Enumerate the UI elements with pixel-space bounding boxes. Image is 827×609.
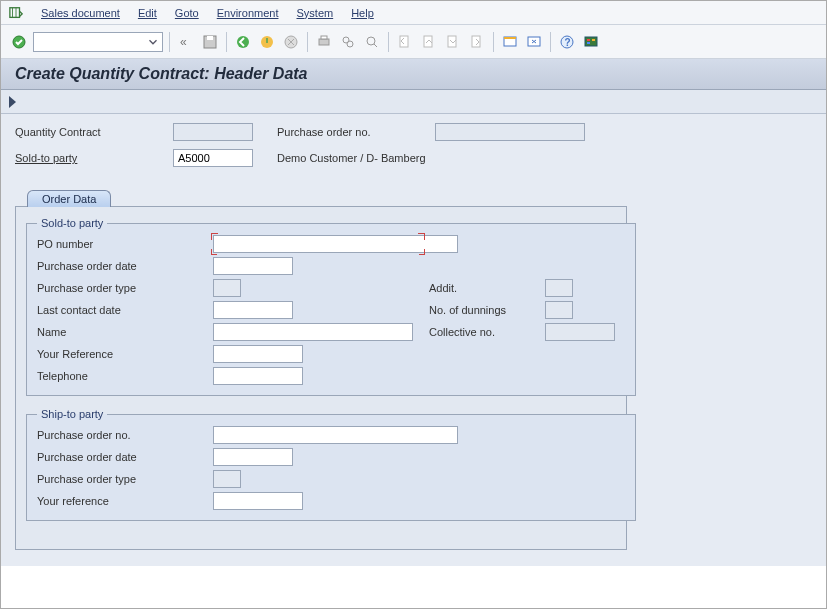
- exit-icon[interactable]: [257, 32, 277, 52]
- find-next-icon[interactable]: [362, 32, 382, 52]
- app-toolbar: [1, 90, 826, 114]
- last-page-icon[interactable]: [467, 32, 487, 52]
- menu-goto[interactable]: Goto: [175, 5, 199, 21]
- po-date-label: Purchase order date: [37, 260, 207, 272]
- svg-text:«: «: [180, 35, 187, 49]
- name-field[interactable]: [213, 323, 413, 341]
- page-title: Create Quantity Contract: Header Data: [15, 65, 812, 83]
- separator-icon: [169, 32, 170, 52]
- svg-rect-24: [592, 39, 595, 41]
- menu-environment[interactable]: Environment: [217, 5, 279, 21]
- quantity-contract-field: [173, 123, 253, 141]
- svg-rect-22: [585, 37, 597, 46]
- print-icon[interactable]: [314, 32, 334, 52]
- first-page-icon[interactable]: [395, 32, 415, 52]
- collective-no-label: Collective no.: [429, 326, 539, 338]
- menu-sales-document[interactable]: Sales document: [41, 5, 120, 21]
- tab-order-data[interactable]: Order Data: [27, 190, 111, 207]
- quantity-contract-label: Quantity Contract: [15, 126, 165, 138]
- group-sold-to-party: Sold-to party PO number Purchase order d…: [26, 217, 636, 396]
- ship-po-type-field: [213, 470, 241, 488]
- dunnings-field: [545, 301, 573, 319]
- layout-icon[interactable]: [581, 32, 601, 52]
- svg-rect-25: [587, 42, 590, 44]
- svg-point-11: [347, 41, 353, 47]
- group-ship-to-party: Ship-to party Purchase order no. Purchas…: [26, 408, 636, 521]
- svg-rect-4: [207, 36, 213, 40]
- expand-icon[interactable]: [9, 96, 16, 108]
- header-fields: Quantity Contract Sold-to party Purchase…: [15, 122, 812, 168]
- help-icon[interactable]: ?: [557, 32, 577, 52]
- po-type-label: Purchase order type: [37, 282, 207, 294]
- menu-system[interactable]: System: [296, 5, 333, 21]
- last-contact-field[interactable]: [213, 301, 293, 319]
- title-band: Create Quantity Contract: Header Data: [1, 59, 826, 90]
- telephone-label: Telephone: [37, 370, 207, 382]
- separator-icon: [493, 32, 494, 52]
- svg-rect-8: [319, 39, 329, 45]
- back-icon[interactable]: «: [176, 32, 196, 52]
- svg-rect-18: [504, 37, 516, 39]
- ship-your-reference-field[interactable]: [213, 492, 303, 510]
- po-number-required-wrap: [213, 235, 423, 253]
- name-label: Name: [37, 326, 207, 338]
- collective-no-field: [545, 323, 615, 341]
- tab-strip: Order Data: [27, 184, 812, 206]
- ship-your-reference-label: Your reference: [37, 495, 207, 507]
- po-date-field[interactable]: [213, 257, 293, 275]
- your-reference-label: Your Reference: [37, 348, 207, 360]
- menu-help[interactable]: Help: [351, 5, 374, 21]
- next-page-icon[interactable]: [443, 32, 463, 52]
- new-session-icon[interactable]: [500, 32, 520, 52]
- back-green-icon[interactable]: [233, 32, 253, 52]
- cancel-icon[interactable]: [281, 32, 301, 52]
- group-sold-to-party-legend: Sold-to party: [37, 217, 107, 229]
- find-icon[interactable]: [338, 32, 358, 52]
- svg-rect-9: [321, 36, 327, 39]
- last-contact-label: Last contact date: [37, 304, 207, 316]
- sold-to-party-field[interactable]: [173, 149, 253, 167]
- dunnings-label: No. of dunnings: [429, 304, 539, 316]
- menu-edit[interactable]: Edit: [138, 5, 157, 21]
- menu-bar: Sales document Edit Goto Environment Sys…: [1, 1, 826, 25]
- shortcut-icon[interactable]: [524, 32, 544, 52]
- svg-point-12: [367, 37, 375, 45]
- enter-icon[interactable]: [9, 32, 29, 52]
- addit-field: [545, 279, 573, 297]
- ship-po-date-label: Purchase order date: [37, 451, 207, 463]
- tab-body: Sold-to party PO number Purchase order d…: [15, 206, 627, 550]
- group-ship-to-party-legend: Ship-to party: [37, 408, 107, 420]
- svg-rect-23: [587, 39, 590, 41]
- your-reference-field[interactable]: [213, 345, 303, 363]
- prev-page-icon[interactable]: [419, 32, 439, 52]
- telephone-field[interactable]: [213, 367, 303, 385]
- save-icon[interactable]: [200, 32, 220, 52]
- svg-text:?: ?: [565, 37, 571, 48]
- command-field[interactable]: [33, 32, 163, 52]
- addit-label: Addit.: [429, 282, 539, 294]
- sold-to-party-label[interactable]: Sold-to party: [15, 152, 165, 164]
- ship-po-no-label: Purchase order no.: [37, 429, 207, 441]
- svg-rect-0: [10, 7, 20, 17]
- ship-po-type-label: Purchase order type: [37, 473, 207, 485]
- app-menu-icon[interactable]: [9, 6, 23, 20]
- separator-icon: [226, 32, 227, 52]
- po-no-label: Purchase order no.: [277, 126, 427, 138]
- separator-icon: [550, 32, 551, 52]
- separator-icon: [388, 32, 389, 52]
- standard-toolbar: « ?: [1, 25, 826, 59]
- po-number-label: PO number: [37, 238, 207, 250]
- content-area: Quantity Contract Sold-to party Purchase…: [1, 114, 826, 566]
- po-type-field: [213, 279, 241, 297]
- sold-to-party-desc: Demo Customer / D- Bamberg: [277, 152, 426, 164]
- ship-po-date-field[interactable]: [213, 448, 293, 466]
- po-no-field: [435, 123, 585, 141]
- ship-po-no-field[interactable]: [213, 426, 458, 444]
- separator-icon: [307, 32, 308, 52]
